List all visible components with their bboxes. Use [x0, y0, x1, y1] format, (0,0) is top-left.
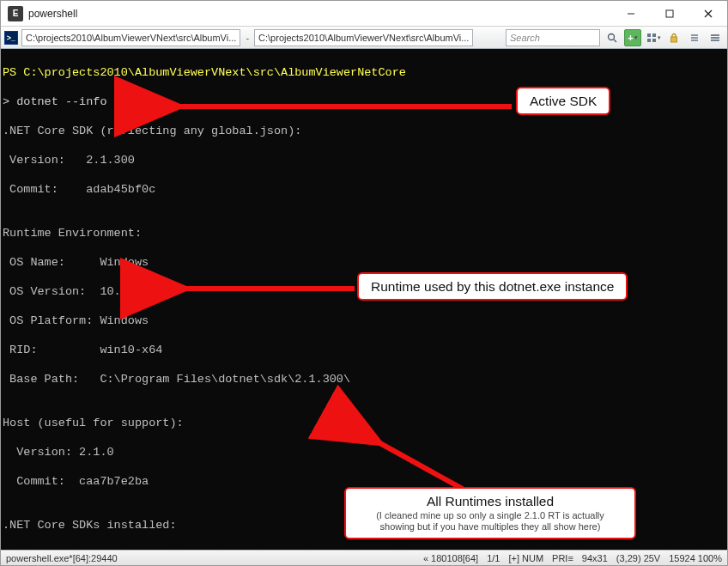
svg-point-4	[609, 33, 615, 40]
close-icon	[704, 9, 713, 18]
callout-all-runtimes: All Runtimes installed (I cleaned mine u…	[344, 487, 636, 539]
svg-line-5	[614, 40, 616, 42]
status-mem: 15924 100%	[669, 553, 722, 563]
lock-icon	[669, 33, 679, 43]
search-placeholder: Search	[510, 33, 540, 43]
status-page: 1/1	[487, 553, 500, 563]
lock-button[interactable]	[665, 29, 682, 46]
path-separator: -	[244, 33, 251, 43]
toolbar: >_ C:\projects2010\AlbumViewerVNext\src\…	[1, 27, 727, 49]
menu-button[interactable]	[707, 29, 724, 46]
command-line: > dotnet --info	[3, 94, 727, 109]
status-num: [+] NUM	[508, 553, 543, 563]
callout-runtime: Runtime used by this dotnet.exe instance	[357, 272, 628, 301]
statusbar: powershell.exe*[64]:29440 « 180108[64] 1…	[1, 550, 727, 565]
minimize-button[interactable]	[611, 1, 650, 27]
callout-text: All Runtimes installed	[358, 494, 622, 508]
window-title: powershell	[28, 8, 611, 20]
svg-rect-1	[666, 10, 673, 17]
window-controls	[611, 1, 727, 27]
callout-text: Runtime used by this dotnet.exe instance	[371, 279, 614, 294]
output-line: Runtime Environment:	[3, 226, 727, 240]
terminal-output[interactable]: PS C:\projects2010\AlbumViewerVNext\src\…	[1, 49, 727, 550]
search-icon	[607, 33, 617, 43]
prompt-line: PS C:\projects2010\AlbumViewerVNext\src\…	[3, 65, 727, 80]
callout-active-sdk: Active SDK	[516, 87, 610, 115]
callout-subtext: (I cleaned mine up so only a single 2.1.…	[358, 510, 622, 533]
svg-rect-9	[652, 39, 656, 42]
output-line: .NET Core SDK (reflecting any global.jso…	[3, 124, 727, 138]
status-cursor: (3,29) 25V	[616, 553, 660, 563]
status-process: powershell.exe*[64]:29440	[6, 553, 118, 563]
maximize-icon	[665, 9, 674, 18]
status-build: « 180108[64]	[423, 553, 478, 563]
list-icon	[689, 33, 700, 43]
search-button[interactable]	[604, 29, 621, 46]
path-right-input[interactable]: C:\projects2010\AlbumViewerVNext\src\Alb…	[254, 29, 473, 46]
svg-rect-8	[647, 39, 651, 42]
list-view-button[interactable]	[686, 29, 703, 46]
window-titlebar: E powershell	[1, 1, 727, 27]
new-tab-button[interactable]: +	[624, 29, 641, 46]
svg-rect-7	[652, 33, 656, 37]
path-left-input[interactable]: C:\projects2010\AlbumViewerVNext\src\Alb…	[21, 29, 240, 46]
grid-icon	[646, 33, 657, 43]
close-button[interactable]	[689, 1, 727, 27]
app-icon: E	[8, 6, 23, 21]
powershell-icon: >_	[4, 31, 18, 45]
layout-button[interactable]	[645, 29, 662, 46]
minimize-icon	[627, 9, 635, 18]
output-line: OS Platform: Windows	[3, 313, 727, 328]
output-line: Version: 2.1.0	[3, 445, 727, 459]
search-input[interactable]: Search	[506, 29, 600, 46]
output-line: Host (useful for support):	[3, 416, 727, 430]
status-pri: PRI≡	[552, 553, 573, 563]
callout-text: Active SDK	[530, 94, 597, 108]
menu-icon	[710, 33, 720, 43]
output-line: RID: win10-x64	[3, 343, 727, 357]
output-line: 2.1.300 [C:\Program Files\dotnet\sdk]	[3, 547, 727, 550]
output-line: Commit: adab45bf0c	[3, 182, 727, 197]
svg-rect-10	[671, 37, 677, 42]
output-line: Version: 2.1.300	[3, 153, 727, 167]
output-line: Base Path: C:\Program Files\dotnet\sdk\2…	[3, 372, 727, 386]
maximize-button[interactable]	[650, 1, 689, 27]
svg-rect-6	[647, 33, 651, 37]
status-dims: 94x31	[582, 553, 608, 563]
output-line: OS Name: Windows	[3, 255, 727, 270]
